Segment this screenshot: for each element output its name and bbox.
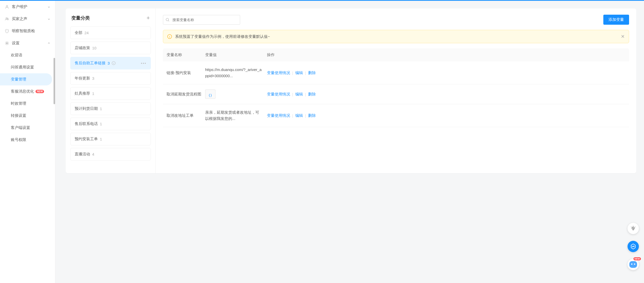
edit-link[interactable]: 编辑 xyxy=(295,113,303,118)
category-item[interactable]: 预计到货日期1 xyxy=(70,102,151,115)
new-badge: NEW xyxy=(36,90,44,93)
category-count: 1 xyxy=(100,137,102,141)
new-badge: NEW xyxy=(633,257,641,260)
category-column: 变量分类 + 全部24店铺政策10售后自助工单链接3•••年份更新3灶具推荐1预… xyxy=(66,8,156,173)
variable-name: 取消改地址工单 xyxy=(167,112,205,119)
category-item[interactable]: 年份更新3 xyxy=(70,72,151,85)
category-title: 变量分类 xyxy=(71,15,90,21)
nav-label: 设置 xyxy=(12,41,20,46)
edit-link[interactable]: 编辑 xyxy=(295,70,303,75)
nav-quality-check[interactable]: 明察智能质检 xyxy=(0,25,55,37)
category-name: 年份更新 xyxy=(75,76,90,81)
search-box xyxy=(163,15,240,25)
category-name: 售后自助工单链接 xyxy=(75,61,106,66)
nav-buyer-voice[interactable]: 买家之声 xyxy=(0,13,55,25)
header-value: 变量值 xyxy=(205,52,267,57)
category-item[interactable]: 售后联系电话1 xyxy=(70,118,151,130)
sub-message-optimize[interactable]: 客服消息优化 NEW xyxy=(0,85,55,98)
group-icon xyxy=(5,17,9,21)
svg-point-3 xyxy=(6,43,7,44)
category-count: 3 xyxy=(108,61,110,65)
category-item[interactable]: 店铺政策10 xyxy=(70,42,151,54)
add-category-button[interactable]: + xyxy=(146,15,150,21)
sub-client[interactable]: 客户端设置 xyxy=(0,122,55,134)
scrollbar[interactable] xyxy=(54,58,55,104)
svg-point-1 xyxy=(6,17,7,19)
sidebar: 客户维护 买家之声 明察智能质检 设置 xyxy=(0,1,55,283)
info-icon xyxy=(112,61,116,65)
svg-point-2 xyxy=(7,18,8,19)
sub-transfer[interactable]: 转接设置 xyxy=(0,110,55,122)
variable-value: https://m.duanqu.com/?_ariver_appid=3000… xyxy=(205,67,262,78)
nav-label: 客户维护 xyxy=(12,4,27,9)
info-alert: 系统预置了变量值作为示例，使用前请修改变量默认值~ ✕ xyxy=(163,30,629,43)
category-item[interactable]: 灶具推荐1 xyxy=(70,87,151,100)
category-count: 4 xyxy=(92,152,94,156)
user-icon xyxy=(5,5,9,9)
table-row: 链接-预约安装https://m.duanqu.com/?_ariver_app… xyxy=(163,61,629,84)
svg-point-5 xyxy=(166,18,169,21)
edit-link[interactable]: 编辑 xyxy=(295,92,303,97)
category-count: 24 xyxy=(84,31,89,35)
usage-link[interactable]: 变量使用情况 xyxy=(267,70,290,75)
nav-settings[interactable]: 设置 xyxy=(0,37,55,49)
chevron-down-icon xyxy=(47,17,50,21)
search-input[interactable] xyxy=(163,15,240,25)
sub-account-perm[interactable]: 账号权限 xyxy=(0,134,55,146)
category-name: 预计到货日期 xyxy=(75,106,98,111)
category-name: 全部 xyxy=(75,30,82,35)
category-name: 直播活动 xyxy=(75,152,90,157)
usage-link[interactable]: 变量使用情况 xyxy=(267,113,290,118)
category-item[interactable]: 预约安装工单1 xyxy=(70,133,151,145)
add-variable-button[interactable]: 添加变量 xyxy=(603,15,629,25)
bot-face-icon xyxy=(629,261,637,268)
monitor-float-button[interactable] xyxy=(628,241,639,252)
delete-link[interactable]: 删除 xyxy=(308,113,316,118)
shield-icon xyxy=(5,29,9,33)
category-name: 售后联系电话 xyxy=(75,121,98,126)
category-item[interactable]: 直播活动4 xyxy=(70,148,151,161)
more-icon[interactable]: ••• xyxy=(141,61,146,65)
svg-point-0 xyxy=(6,5,8,7)
usage-link[interactable]: 变量使用情况 xyxy=(267,92,290,97)
chevron-up-icon xyxy=(47,42,50,45)
search-icon xyxy=(166,18,170,22)
category-name: 店铺政策 xyxy=(75,46,90,50)
table-header: 变量名称 变量值 操作 xyxy=(163,48,629,61)
category-count: 1 xyxy=(100,107,102,111)
sub-time-manage[interactable]: 时效管理 xyxy=(0,98,55,110)
header-actions: 操作 xyxy=(267,52,625,57)
nav-label: 买家之声 xyxy=(12,16,27,21)
table-row: 取消延期发货流程图{}变量使用情况|编辑|删除 xyxy=(163,84,629,104)
delete-link[interactable]: 删除 xyxy=(308,70,316,75)
bot-float-button[interactable]: NEW xyxy=(628,259,639,270)
category-count: 3 xyxy=(92,76,94,81)
category-count: 1 xyxy=(92,91,94,96)
nav-label: 明察智能质检 xyxy=(12,29,35,33)
gear-icon xyxy=(5,41,9,46)
sub-qa-general[interactable]: 问答通用设置 xyxy=(0,61,55,73)
image-thumbnail[interactable]: {} xyxy=(205,90,215,99)
content-column: 添加变量 系统预置了变量值作为示例，使用前请修改变量默认值~ ✕ 变量名称 变量… xyxy=(156,8,636,173)
alert-text: 系统预置了变量值作为示例，使用前请修改变量默认值~ xyxy=(175,34,270,39)
sub-welcome[interactable]: 欢迎语 xyxy=(0,49,55,61)
category-item[interactable]: 全部24 xyxy=(70,26,151,39)
variable-name: 取消延期发货流程图 xyxy=(167,91,205,97)
nav-customer-maintain[interactable]: 客户维护 xyxy=(0,1,55,13)
category-name: 预约安装工单 xyxy=(75,137,98,142)
variable-name: 链接-预约安装 xyxy=(167,70,205,76)
variable-value: 亲亲，延期发货或者改地址，可以根据我发您的... xyxy=(205,110,259,121)
delete-link[interactable]: 删除 xyxy=(308,92,316,97)
info-icon xyxy=(167,34,172,39)
sub-variable-manage[interactable]: 变量管理 xyxy=(0,73,52,85)
chevron-down-icon xyxy=(47,5,50,8)
main-content: 变量分类 + 全部24店铺政策10售后自助工单链接3•••年份更新3灶具推荐1预… xyxy=(55,1,644,283)
header-name: 变量名称 xyxy=(167,52,205,57)
category-count: 1 xyxy=(100,122,102,126)
category-name: 灶具推荐 xyxy=(75,91,90,96)
close-icon[interactable]: ✕ xyxy=(621,34,625,39)
table-row: 取消改地址工单亲亲，延期发货或者改地址，可以根据我发您的...变量使用情况|编辑… xyxy=(163,104,629,127)
category-count: 10 xyxy=(92,46,97,50)
idea-float-button[interactable] xyxy=(628,223,639,234)
category-item[interactable]: 售后自助工单链接3••• xyxy=(70,57,151,69)
